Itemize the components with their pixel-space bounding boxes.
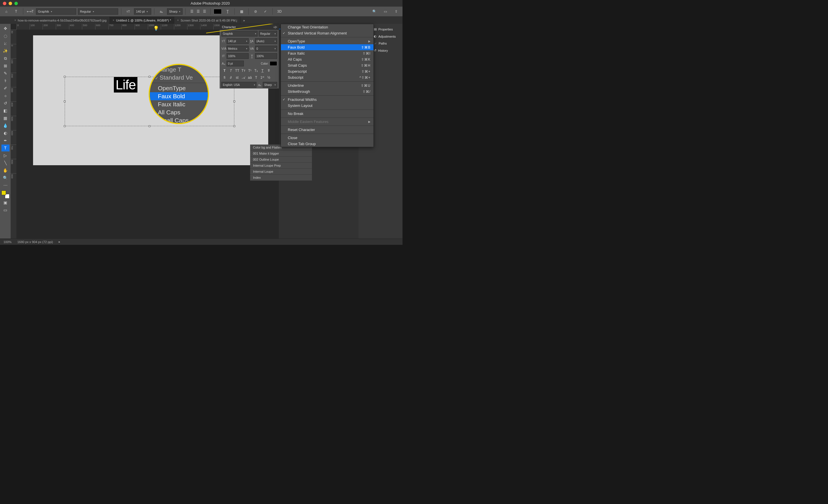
action-item[interactable]: 001 Make it bigger — [250, 150, 312, 156]
cp-leading[interactable]: (Auto)▾ — [255, 38, 277, 44]
close-tab-icon[interactable]: × — [14, 19, 16, 22]
action-item[interactable]: Internal Loupe — [250, 169, 312, 175]
character-panel-flyout-menu[interactable]: Change Text Orientation✓Standard Vertica… — [281, 24, 374, 147]
foreground-background-colors[interactable] — [1, 190, 9, 198]
crop-tool-icon[interactable]: ⧉ — [1, 55, 9, 62]
faux-italic-icon[interactable]: T — [228, 68, 234, 74]
menu-item[interactable]: Reset Character — [281, 127, 373, 133]
font-style-dropdown[interactable]: Regular▾ — [78, 8, 118, 15]
eraser-tool-icon[interactable]: ◧ — [1, 107, 9, 114]
align-left-icon[interactable]: ☰ — [189, 7, 195, 15]
strikethrough-icon[interactable]: T — [266, 68, 272, 74]
document-tab[interactable]: × Screen Shot 2020-06-03 at 9.49.08 PM.j — [174, 17, 240, 24]
cp-tracking[interactable]: 0▾ — [255, 46, 277, 51]
line-tool-icon[interactable]: ╲ — [1, 159, 9, 166]
resize-handle[interactable] — [234, 101, 235, 102]
subscript-icon[interactable]: T₁ — [253, 68, 259, 74]
cp-baseline[interactable]: 0 pt — [226, 61, 244, 66]
history-panel-tab[interactable]: ↺History — [371, 47, 403, 54]
workspace-icon[interactable]: ▭ — [381, 7, 389, 15]
document-tab[interactable]: × how-to-remove-watermarks-4-5b33aa1546e… — [11, 17, 110, 24]
zoom-level[interactable]: 100% — [3, 240, 11, 244]
menu-item[interactable]: Small Caps⇧⌘H — [281, 62, 373, 68]
action-item[interactable]: Index — [250, 175, 312, 181]
type-tool-icon[interactable]: T — [12, 7, 20, 15]
cp-font-family[interactable]: Graphik▾ — [221, 31, 258, 37]
action-item[interactable]: 002 Outline Loupe — [250, 156, 312, 163]
pen-tool-icon[interactable]: ✒ — [1, 137, 9, 144]
share-icon[interactable]: ⇪ — [392, 7, 400, 15]
zoom-tool-icon[interactable]: 🔍 — [1, 174, 9, 181]
resize-handle[interactable] — [234, 125, 235, 127]
cp-language[interactable]: English: USA▾ — [221, 82, 256, 88]
ordinals-icon[interactable]: 1ˢᵗ — [259, 75, 266, 81]
menu-item[interactable]: OpenType▶ — [281, 38, 373, 44]
character-panel-icon[interactable]: ▦ — [238, 7, 246, 15]
action-item[interactable]: Internal Loupe Prep — [250, 163, 312, 169]
text-color-swatch[interactable] — [214, 9, 222, 14]
menu-item[interactable]: Underline⇧⌘U — [281, 83, 373, 89]
minimize-window-icon[interactable] — [9, 2, 12, 5]
cp-kerning[interactable]: Metrics▾ — [226, 46, 249, 51]
faux-bold-icon[interactable]: T — [221, 68, 228, 74]
search-icon[interactable]: 🔍 — [370, 7, 378, 15]
menu-item[interactable]: Faux Italic⇧⌘I — [281, 50, 373, 56]
brush-tool-icon[interactable]: ✐ — [1, 85, 9, 92]
maximize-window-icon[interactable] — [14, 2, 18, 5]
character-panel[interactable]: Character » | ≡ Graphik▾ Regular▾ тT 140… — [220, 24, 279, 89]
foreground-swatch[interactable] — [1, 190, 6, 195]
resize-handle[interactable] — [64, 101, 66, 102]
cp-color-swatch[interactable] — [270, 61, 277, 66]
cancel-icon[interactable]: ⊘ — [252, 7, 260, 15]
text-layer-content[interactable]: Life — [114, 77, 137, 93]
resize-handle[interactable] — [64, 76, 66, 78]
discretionary-icon[interactable]: st — [234, 75, 240, 81]
menu-item[interactable]: Superscript⇧⌘+ — [281, 68, 373, 75]
ligatures-icon[interactable]: fi — [221, 75, 228, 81]
fractions-icon[interactable]: ½ — [266, 75, 272, 81]
menu-item[interactable]: Strikethrough⇧⌘/ — [281, 89, 373, 95]
resize-handle[interactable] — [64, 125, 66, 127]
cp-anti-alias[interactable]: Sharp▾ — [263, 82, 277, 88]
small-caps-icon[interactable]: Tᴛ — [240, 68, 247, 74]
path-selection-icon[interactable]: ▷ — [1, 152, 9, 159]
all-caps-icon[interactable]: TT — [234, 68, 240, 74]
menu-item[interactable]: ✓Fractional Widths — [281, 97, 373, 103]
superscript-icon[interactable]: T¹ — [247, 68, 253, 74]
panel-menu-icon[interactable]: » | ≡ — [273, 25, 277, 29]
menu-item[interactable]: System Layout — [281, 103, 373, 108]
document-tab[interactable]: × Untitled-1 @ 100% (Lifewire, RGB/8*) * — [110, 17, 174, 24]
menu-item[interactable]: Subscript^⇧⌘+ — [281, 75, 373, 81]
orientation-icon[interactable]: ⟷T — [26, 7, 34, 15]
properties-panel-tab[interactable]: ▤Properties — [371, 26, 403, 33]
cp-size[interactable]: 140 pt▾ — [226, 38, 249, 44]
lasso-tool-icon[interactable]: ⟀ — [1, 40, 9, 47]
clone-stamp-icon[interactable]: ⟐ — [1, 92, 9, 99]
warp-text-icon[interactable]: Ṯ — [223, 7, 232, 15]
eyedropper-icon[interactable]: ✎ — [1, 70, 9, 77]
gradient-tool-icon[interactable]: ▦ — [1, 114, 9, 122]
marquee-tool-icon[interactable]: ◌ — [1, 33, 9, 39]
commit-icon[interactable]: ✓ — [261, 7, 270, 15]
tabs-overflow-icon[interactable]: » — [240, 17, 248, 24]
move-tool-icon[interactable]: ✥ — [1, 25, 9, 32]
align-center-icon[interactable]: ☰ — [195, 7, 201, 15]
menu-item[interactable]: Change Text Orientation — [281, 24, 373, 30]
menu-item[interactable]: ✓Standard Vertical Roman Alignment — [281, 30, 373, 36]
3d-icon[interactable]: 3D — [276, 7, 284, 15]
close-tab-icon[interactable]: × — [113, 19, 115, 22]
blur-tool-icon[interactable]: 💧 — [1, 122, 9, 129]
history-brush-icon[interactable]: ↺ — [1, 100, 9, 106]
menu-item[interactable]: All Caps⇧⌘K — [281, 56, 373, 62]
anti-alias-dropdown[interactable]: Sharp▾ — [167, 8, 182, 15]
adjustments-panel-tab[interactable]: ◐Adjustments — [371, 33, 403, 40]
canvas-viewport[interactable]: 0100200300400500600700800900100011001200… — [11, 24, 279, 238]
stylistic-alt-icon[interactable]: aā — [247, 75, 253, 81]
titling-icon[interactable]: T — [253, 75, 259, 81]
dodge-tool-icon[interactable]: ◐ — [1, 130, 9, 136]
magic-wand-icon[interactable]: ✨ — [1, 47, 9, 54]
swash-icon[interactable]: 𝒜 — [240, 75, 247, 81]
font-family-dropdown[interactable]: Graphik▾ — [36, 8, 76, 15]
close-window-icon[interactable] — [3, 2, 6, 5]
quick-mask-icon[interactable]: ▣ — [1, 199, 9, 206]
